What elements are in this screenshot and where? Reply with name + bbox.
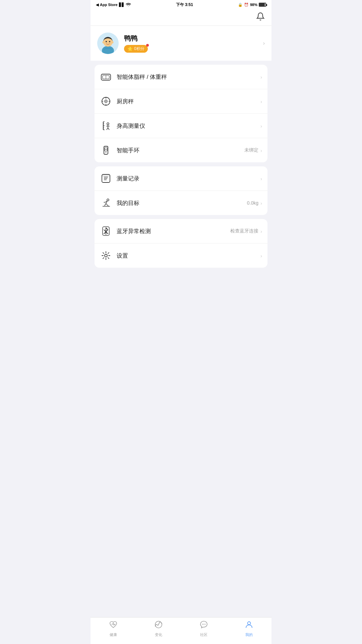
kitchen-scale-label: 厨房秤 [117,98,260,105]
kitchen-scale-right: › [260,99,262,104]
points-badge: ⭐ 0积分 [124,45,148,53]
smart-scale-icon [100,71,112,83]
lock-icon: 🔒 [238,3,243,7]
smart-band-label: 智能手环 [117,147,244,154]
data-section-card: 测量记录 › 我的目标 0.0kg › [95,166,267,215]
smart-scale-item[interactable]: 智能体脂秤 / 体重秤 › [95,65,267,89]
settings-section-card: 蓝牙异常检测 检查蓝牙连接 › 设置 › [95,219,267,268]
notification-bell-icon[interactable] [256,12,265,23]
profile-name: 鸭鸭 [124,34,265,43]
bluetooth-diagnostic-label: 蓝牙异常检测 [117,227,230,235]
smart-band-item[interactable]: 智能手环 未绑定 › [95,138,267,162]
status-carrier: ◀ App Store ▋▋ [96,2,131,7]
bluetooth-icon [100,225,112,237]
bluetooth-diagnostic-item[interactable]: 蓝牙异常检测 检查蓝牙连接 › [95,219,267,244]
device-section-card: 智能体脂秤 / 体重秤 › 厨房秤 › [95,65,267,162]
my-goals-item[interactable]: 我的目标 0.0kg › [95,191,267,215]
smart-scale-label: 智能体脂秤 / 体重秤 [117,73,260,81]
smart-band-chevron-icon: › [260,148,262,153]
svg-rect-29 [105,148,107,151]
my-goals-label: 我的目标 [117,199,247,207]
svg-point-12 [106,101,107,102]
alarm-icon: ⏰ [244,3,249,7]
svg-point-6 [112,41,114,44]
wifi-icon [126,2,131,7]
smart-scale-chevron-icon: › [260,74,262,80]
svg-point-3 [106,41,107,42]
settings-right: › [260,253,262,259]
star-icon: ⭐ [127,46,133,51]
height-meter-icon [100,120,112,132]
profile-chevron-icon: › [263,40,265,46]
height-meter-label: 身高测量仪 [117,122,260,130]
my-goals-right: 0.0kg › [247,200,262,206]
profile-info: 鸭鸭 ⭐ 0积分 [124,34,265,53]
svg-rect-36 [102,174,110,177]
height-meter-right: › [260,123,262,129]
kitchen-scale-item[interactable]: 厨房秤 › [95,89,267,114]
svg-line-27 [108,128,109,130]
profile-section[interactable]: 鸭鸭 ⭐ 0积分 › [90,26,272,61]
svg-point-40 [105,254,107,257]
measurement-records-right: › [260,176,262,181]
measurement-records-label: 测量记录 [117,175,260,182]
measurement-records-icon [100,172,112,184]
smart-band-icon [100,144,112,156]
bluetooth-diagnostic-right: 检查蓝牙连接 › [230,228,262,234]
svg-point-37 [107,199,109,201]
avatar [97,33,119,54]
back-arrow: ◀ [96,3,99,7]
height-meter-item[interactable]: 身高测量仪 › [95,114,267,138]
status-bar: ◀ App Store ▋▋ 下午 3:51 🔒 ⏰ 98% [90,0,272,9]
svg-line-26 [107,128,108,130]
settings-icon [100,250,112,262]
settings-label: 设置 [117,252,260,260]
bluetooth-diagnostic-chevron-icon: › [260,228,262,234]
status-time: 下午 3:51 [176,2,193,8]
battery-icon [259,3,266,7]
settings-chevron-icon: › [260,253,262,259]
smart-scale-right: › [260,74,262,80]
settings-item[interactable]: 设置 › [95,244,267,268]
app-header [90,9,272,26]
kitchen-scale-icon [100,95,112,107]
my-goals-icon [100,197,112,209]
my-goals-chevron-icon: › [260,200,262,206]
measurement-records-chevron-icon: › [260,176,262,181]
svg-point-5 [103,41,104,44]
status-right: 🔒 ⏰ 98% [238,3,266,7]
svg-point-4 [109,41,110,42]
smart-band-right: 未绑定 › [244,147,262,153]
measurement-records-item[interactable]: 测量记录 › [95,166,267,191]
kitchen-scale-chevron-icon: › [260,99,262,104]
signal-icon: ▋▋ [119,3,124,7]
svg-point-23 [107,123,109,125]
height-meter-chevron-icon: › [260,123,262,129]
